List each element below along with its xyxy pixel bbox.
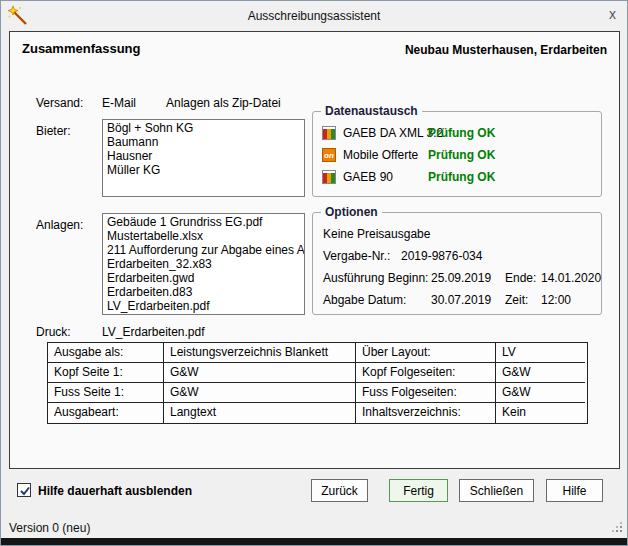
- anlagen-label: Anlagen:: [36, 218, 83, 232]
- page-title: Zusammenfassung: [22, 41, 140, 56]
- exchange-status: Prüfung OK: [428, 126, 495, 141]
- help-button[interactable]: Hilfe: [546, 479, 603, 502]
- zeit-label: Zeit:: [505, 293, 528, 307]
- anlagen-listbox[interactable]: Gebäude 1 Grundriss EG.pdf Mustertabelle…: [102, 213, 305, 315]
- list-item[interactable]: Hausner: [103, 149, 304, 163]
- close-icon[interactable]: x: [609, 7, 616, 21]
- list-item[interactable]: Erdarbeiten.d83: [103, 285, 304, 299]
- exchange-row: on Mobile Offerte Prüfung OK: [313, 148, 601, 164]
- versand-method: E-Mail: [102, 96, 136, 110]
- exchange-name: GAEB 90: [343, 170, 393, 185]
- project-title: Neubau Musterhausen, Erdarbeiten: [405, 43, 607, 57]
- version-status: Version 0 (neu): [9, 521, 90, 535]
- print-settings-table: Ausgabe als: Leistungsverzeichnis Blanke…: [47, 342, 588, 424]
- hide-help-checkbox[interactable]: [17, 483, 31, 497]
- list-item[interactable]: Erdarbeiten_32.x83: [103, 257, 304, 271]
- ausfuehrung-label: Ausführung Beginn:: [323, 271, 428, 285]
- table-cell: Kein: [496, 403, 585, 423]
- zeit-value: 12:00: [541, 293, 571, 307]
- datenaustausch-title: Datenaustausch: [321, 104, 422, 118]
- gaeb-xml-icon: [322, 126, 336, 140]
- druck-label: Druck:: [36, 325, 71, 339]
- exchange-row: GAEB DA XML 3.2 Prüfung OK: [313, 126, 601, 142]
- list-item[interactable]: Baumann: [103, 135, 304, 149]
- bieter-listbox[interactable]: Bögl + Sohn KG Baumann Hausner Müller KG: [102, 119, 305, 197]
- druck-value: LV_Erdarbeiten.pdf: [102, 325, 205, 339]
- datenaustausch-group: Datenaustausch GAEB DA XML 3.2 Prüfung O…: [312, 111, 602, 197]
- optionen-title: Optionen: [321, 205, 382, 219]
- vergabe-nr: 2019-9876-034: [401, 249, 482, 263]
- table-cell: Über Layout:: [356, 343, 496, 363]
- summary-panel: Zusammenfassung Neubau Musterhausen, Erd…: [9, 31, 620, 469]
- title-bar[interactable]: Ausschreibungsassistent x: [1, 1, 627, 31]
- beginn-date: 25.09.2019: [431, 271, 491, 285]
- preisausgabe-text: Keine Preisausgabe: [323, 227, 430, 241]
- table-cell: Ausgabe als:: [48, 343, 164, 363]
- table-cell: Fuss Folgeseiten:: [356, 383, 496, 403]
- vergabe-label: Vergabe-Nr.:: [323, 249, 390, 263]
- abgabe-date: 30.07.2019: [431, 293, 491, 307]
- ende-date: 14.01.2020: [541, 271, 601, 285]
- table-cell: G&W: [164, 363, 356, 383]
- list-item[interactable]: Erdarbeiten.gwd: [103, 271, 304, 285]
- table-cell: Kopf Folgeseiten:: [356, 363, 496, 383]
- table-cell: G&W: [496, 383, 585, 403]
- table-cell: Leistungsverzeichnis Blankett: [164, 343, 356, 363]
- exchange-status: Prüfung OK: [428, 170, 495, 185]
- list-item[interactable]: LV_Erdarbeiten.pdf: [103, 299, 304, 313]
- bieter-label: Bieter:: [36, 124, 71, 138]
- optionen-group: Optionen Keine Preisausgabe Vergabe-Nr.:…: [312, 212, 602, 315]
- list-item[interactable]: Bögl + Sohn KG: [103, 121, 304, 135]
- gaeb90-icon: [322, 170, 336, 184]
- table-cell: Langtext: [164, 403, 356, 423]
- table-cell: Kopf Seite 1:: [48, 363, 164, 383]
- mobile-offerte-icon: on: [322, 148, 336, 162]
- bottom-edge: [1, 538, 627, 545]
- back-button[interactable]: Zurück: [311, 479, 368, 502]
- versand-label: Versand:: [36, 96, 83, 110]
- wizard-window: Ausschreibungsassistent x Zusammenfassun…: [0, 0, 628, 546]
- table-cell: Ausgabeart:: [48, 403, 164, 423]
- exchange-status: Prüfung OK: [428, 148, 495, 163]
- list-item[interactable]: Müller KG: [103, 163, 304, 177]
- resize-grip[interactable]: [610, 520, 622, 532]
- abgabe-label: Abgabe Datum:: [323, 293, 406, 307]
- list-item[interactable]: 211 Aufforderung zur Abgabe eines Ang: [103, 243, 304, 257]
- finish-button[interactable]: Fertig: [389, 479, 448, 502]
- ende-label: Ende:: [505, 271, 536, 285]
- window-title: Ausschreibungsassistent: [1, 9, 627, 23]
- list-item[interactable]: Mustertabelle.xlsx: [103, 229, 304, 243]
- exchange-row: GAEB 90 Prüfung OK: [313, 170, 601, 186]
- close-button[interactable]: Schließen: [459, 479, 534, 502]
- table-cell: Inhaltsverzeichnis:: [356, 403, 496, 423]
- table-cell: Fuss Seite 1:: [48, 383, 164, 403]
- list-item[interactable]: Gebäude 1 Grundriss EG.pdf: [103, 215, 304, 229]
- hide-help-label: Hilfe dauerhaft ausblenden: [38, 484, 192, 498]
- exchange-name: Mobile Offerte: [343, 148, 418, 163]
- versand-attachment: Anlagen als Zip-Datei: [166, 96, 281, 110]
- table-cell: G&W: [164, 383, 356, 403]
- table-cell: G&W: [496, 363, 585, 383]
- table-cell: LV: [496, 343, 585, 363]
